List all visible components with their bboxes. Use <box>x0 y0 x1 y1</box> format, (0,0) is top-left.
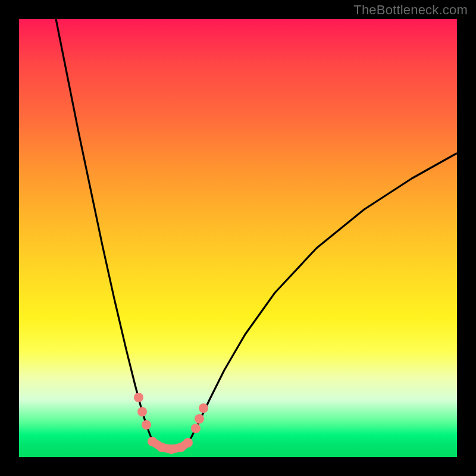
plot-area <box>19 19 457 457</box>
marker-dot <box>183 438 193 447</box>
curve-right-branch <box>186 154 456 446</box>
marker-dot <box>167 444 176 454</box>
marker-dot <box>137 407 147 416</box>
marker-dot <box>199 403 208 413</box>
marker-dot <box>142 420 151 430</box>
marker-dot <box>195 414 204 424</box>
chart-svg <box>19 19 457 457</box>
marker-dot <box>134 393 143 402</box>
chart-frame: TheBottleneck.com <box>0 0 476 476</box>
marker-dot <box>191 424 201 433</box>
marker-dot <box>148 437 157 446</box>
marker-dot <box>157 443 167 452</box>
marker-group <box>134 393 208 454</box>
watermark-text: TheBottleneck.com <box>353 2 468 18</box>
curve-left-branch <box>56 19 156 446</box>
